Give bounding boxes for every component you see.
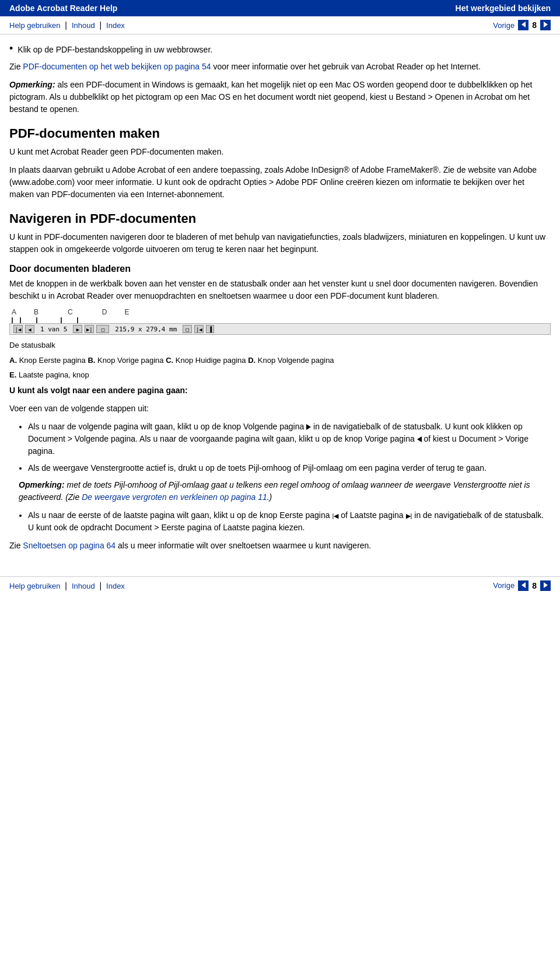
- steps-list: Als u naar de volgende pagina wilt gaan,…: [9, 421, 551, 534]
- note2-bold: Opmerking:: [19, 480, 65, 489]
- prev-page-icon: [417, 436, 422, 442]
- first-page-icon: |◀: [332, 512, 338, 519]
- item-b-label: B.: [88, 356, 95, 365]
- prev-page-btn[interactable]: ◀: [25, 325, 34, 333]
- section1-p1: U kunt met Acrobat Reader geen PDF-docum…: [9, 146, 551, 158]
- footer-prev-arrow-button[interactable]: [518, 580, 528, 591]
- note1-paragraph: Opmerking: als een PDF-document in Windo…: [9, 79, 551, 116]
- footer-page-nav: Vorige 8: [493, 580, 551, 591]
- footer-prev-link[interactable]: Vorige: [493, 581, 514, 590]
- main-content: • Klik op de PDF-bestandskoppeling in uw…: [0, 34, 560, 567]
- label-d: D: [102, 308, 107, 316]
- bullet-intro-text: Klik op de PDF-bestandskoppeling in uw w…: [18, 44, 212, 56]
- step-3: Als u naar de eerste of de laatste pagin…: [28, 509, 551, 534]
- item-b-text: Knop Vorige pagina: [97, 356, 166, 365]
- footer-prev-arrow-icon: [522, 582, 526, 588]
- statusbar-items-line: A. Knop Eerste pagina B. Knop Vorige pag…: [9, 355, 551, 366]
- label-a: A: [12, 308, 16, 316]
- footer-contents-link[interactable]: Inhoud: [72, 582, 95, 590]
- index-link[interactable]: Index: [106, 21, 125, 30]
- final-p-suffix: als u meer informatie wilt over sneltoet…: [116, 541, 371, 550]
- note1-text: als een PDF-document in Windows is gemaa…: [9, 80, 532, 114]
- item-a-text: Knop Eerste pagina: [19, 356, 88, 365]
- para1-suffix: voor meer informatie over het gebruik va…: [211, 62, 481, 71]
- header-top-bar: Adobe Acrobat Reader Help Het werkgebied…: [0, 0, 560, 16]
- contents-link[interactable]: Inhoud: [72, 21, 95, 30]
- page-number: 8: [532, 20, 537, 30]
- item-e-text: Laatste pagina, knop: [19, 370, 89, 379]
- step-1: Als u naar de volgende pagina wilt gaan,…: [28, 421, 551, 457]
- item-a-label: A.: [9, 356, 17, 365]
- last-page-icon: ▶|: [406, 512, 412, 519]
- fit-page-btn[interactable]: □: [96, 325, 109, 333]
- header-nav-bar: Help gebruiken | Inhoud | Index Vorige 8: [0, 16, 560, 34]
- step-2: Als de weergave Venstergrootte actief is…: [28, 462, 551, 474]
- next-arrow-icon: [544, 22, 548, 27]
- para1-prefix: Zie: [9, 62, 23, 71]
- footer-page-number: 8: [532, 581, 537, 590]
- final-p-prefix: Zie: [9, 541, 23, 550]
- footer-nav-links: Help gebruiken | Inhoud | Index: [9, 581, 125, 590]
- note2-end: .): [267, 492, 272, 502]
- statusbar-illustration: A B C D E |◀ ◀ 1 van 5 ▶ ▶| □ 215,9 x 27…: [9, 308, 551, 335]
- section2-heading: Navigeren in PDF-documenten: [9, 211, 551, 226]
- next-page-icon: [306, 424, 311, 430]
- final-paragraph: Zie Sneltoetsen op pagina 64 als u meer …: [9, 540, 551, 552]
- bold-list-title-text: U kunt als volgt naar een andere pagina …: [9, 386, 188, 395]
- statusbar-ticks: [12, 317, 551, 323]
- section-title: Het werkgebied bekijken: [456, 4, 551, 13]
- section1-heading: PDF-documenten maken: [9, 126, 551, 141]
- next-page-btn[interactable]: ▶: [73, 325, 82, 333]
- step-note-text: Opmerking: met de toets Pijl-omhoog of P…: [19, 479, 551, 503]
- para-pdf-link: Zie PDF-documenten op het web bekijken o…: [9, 61, 551, 73]
- bullet-intro-item: • Klik op de PDF-bestandskoppeling in uw…: [9, 44, 551, 56]
- weergave-link[interactable]: De weergave vergroten en verkleinen op p…: [82, 492, 267, 502]
- label-e: E: [124, 308, 129, 316]
- help-link[interactable]: Help gebruiken: [9, 21, 60, 30]
- first-page-btn[interactable]: |◀: [13, 325, 23, 333]
- zoom-btn2[interactable]: |◀: [194, 325, 204, 333]
- app-title: Adobe Acrobat Reader Help: [9, 4, 117, 13]
- subsection1-heading: Door documenten bladeren: [9, 264, 551, 274]
- statusbar-labels: A B C D E: [9, 308, 551, 316]
- page-info: 1 van 5: [40, 326, 67, 333]
- pdf-web-link[interactable]: PDF-documenten op het web bekijken op pa…: [23, 62, 211, 71]
- footer-help-link[interactable]: Help gebruiken: [9, 582, 60, 590]
- footer-next-arrow-icon: [544, 582, 548, 588]
- prev-arrow-icon: [522, 22, 526, 27]
- item-d-label: D.: [248, 356, 256, 365]
- label-b: B: [34, 308, 38, 316]
- prev-arrow-button[interactable]: [518, 20, 528, 30]
- header-page-nav: Vorige 8: [493, 20, 551, 30]
- statusbar-caption: De statusbalk: [9, 340, 551, 351]
- next-arrow-button[interactable]: [540, 20, 551, 30]
- bold-list-title: U kunt als volgt naar een andere pagina …: [9, 384, 551, 397]
- last-page-btn[interactable]: ▶|: [85, 325, 94, 333]
- statusbar-item-e: E. Laatste pagina, knop: [9, 369, 551, 381]
- section2-p1: U kunt in PDF-documenten navigeren door …: [9, 231, 551, 256]
- item-c-label: C.: [166, 356, 173, 365]
- dimensions-info: 215,9 x 279,4 mm: [115, 326, 177, 333]
- intro-steps-text: Voer een van de volgende stappen uit:: [9, 403, 551, 415]
- item-d-text: Knop Volgende pagina: [258, 356, 334, 365]
- step-note: Opmerking: met de toets Pijl-omhoog of P…: [19, 479, 551, 503]
- item-e-label: E.: [9, 370, 16, 379]
- footer-nav-bar: Help gebruiken | Inhoud | Index Vorige 8: [0, 576, 560, 594]
- label-c: C: [68, 308, 73, 316]
- bullet-icon: •: [9, 43, 13, 55]
- header-nav-links: Help gebruiken | Inhoud | Index: [9, 20, 125, 30]
- item-c-text: Knop Huidige pagina: [176, 356, 248, 365]
- subsection1-p1: Met de knoppen in de werkbalk boven aan …: [9, 278, 551, 302]
- zoom-btn1[interactable]: □: [183, 325, 192, 333]
- note1-bold: Opmerking:: [9, 80, 55, 89]
- section1-p2: In plaats daarvan gebruikt u Adobe Acrob…: [9, 164, 551, 201]
- sneltoetsen-link[interactable]: Sneltoetsen op pagina 64: [23, 541, 116, 550]
- footer-next-arrow-button[interactable]: [540, 580, 551, 591]
- prev-link[interactable]: Vorige: [493, 21, 514, 30]
- zoom-btn3[interactable]: ▐: [206, 325, 214, 333]
- statusbar-bar: |◀ ◀ 1 van 5 ▶ ▶| □ 215,9 x 279,4 mm □ |…: [9, 323, 551, 335]
- footer-index-link[interactable]: Index: [106, 582, 125, 590]
